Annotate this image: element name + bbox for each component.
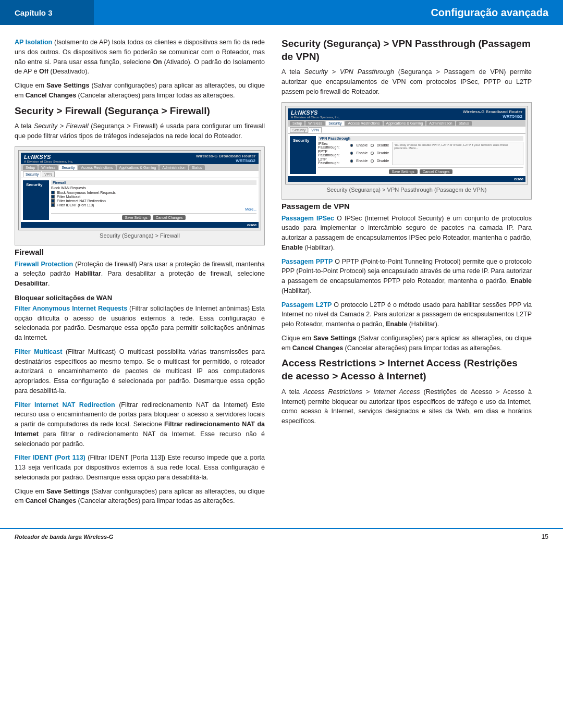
nav-apps[interactable]: Applications & Gaming xyxy=(117,165,159,170)
nav-admin[interactable]: Administration xyxy=(160,165,188,170)
ls2-sidenote: You may choose to enable PPTP, L2TP or I… xyxy=(392,142,523,165)
ls-wan-label: Block WAN Requests xyxy=(51,186,256,190)
l2tp-title: Passagem L2TP xyxy=(282,301,332,309)
nav-status[interactable]: Status xyxy=(189,165,205,170)
nav-security[interactable]: Security xyxy=(59,165,77,170)
access-intro-para: A tela Access Restrictions > Internet Ac… xyxy=(282,387,532,426)
ap-isolation-title: AP Isolation xyxy=(15,39,52,46)
ls-main: Firewall Block WAN Requests Block Anonym… xyxy=(51,180,256,220)
ls2-body: Security VPN Passthrough IPSec Passthrou… xyxy=(288,134,525,176)
ap-isolation-para: AP Isolation (Isolamento de AP) Isola to… xyxy=(15,38,265,77)
vpn-save-para: Clique em Save Settings (Salvar configur… xyxy=(282,334,532,353)
nav2-setup[interactable]: Setup xyxy=(290,121,304,126)
ls-cancel-btn[interactable]: Cancel Changes xyxy=(153,215,186,220)
ls-buttons: Save Settings Cancel Changes xyxy=(51,213,256,220)
content-area: AP Isolation (Isolamento de AP) Isola to… xyxy=(0,25,563,523)
nav-wireless[interactable]: Wireless xyxy=(39,165,58,170)
ls-row-multicast: Filter Multicast xyxy=(51,195,256,199)
ls2-save-btn[interactable]: Save Settings xyxy=(389,169,418,174)
nav2-security[interactable]: Security xyxy=(326,121,344,126)
chapter-text: Capítulo 3 xyxy=(15,8,53,17)
ls-save-btn[interactable]: Save Settings xyxy=(122,215,151,220)
firewall-section-heading: Security > Firewall (Segurança > Firewal… xyxy=(15,105,265,118)
title-text: Configuração avançada xyxy=(431,7,548,19)
filter-ident-title: Filter IDENT (Port 113) xyxy=(15,454,85,461)
nav-setup[interactable]: Setup xyxy=(23,165,38,170)
ls2-tab-bar: Security VPN xyxy=(288,127,525,134)
tab2-security[interactable]: Security xyxy=(290,127,308,133)
ls2-logo: Li:NKSYS xyxy=(291,109,340,116)
off-bold: Off xyxy=(39,68,48,75)
footer-left-text: Roteador de banda larga Wireless-G xyxy=(15,534,113,540)
vpn-screenshot-box: Li:NKSYS A Division of Cisco Systems, In… xyxy=(282,102,532,200)
nav2-access[interactable]: Access Restrictions xyxy=(345,121,382,126)
ls2-main: VPN Passthrough IPSec Passthrough: Enabl… xyxy=(318,136,523,174)
screenshot2-caption: Security (Segurança) > VPN Passthrough (… xyxy=(285,187,528,193)
ls2-cancel-btn[interactable]: Cancel Changes xyxy=(420,169,453,174)
ls-model: WRT54G2 xyxy=(196,158,255,163)
ls2-pptp-row: PPTP Passthrough: Enable Disable xyxy=(318,150,389,157)
ls2-sidebar: Security xyxy=(290,136,316,174)
ls-row-nat: Filter Internet NAT Redirection xyxy=(51,199,256,203)
left-column: AP Isolation (Isolamento de AP) Isola to… xyxy=(15,38,265,510)
firewall-save-para: Clique em Save Settings (Salvar configur… xyxy=(15,487,265,507)
ls2-sidebar-security: Security xyxy=(293,138,313,143)
tab-security[interactable]: Security xyxy=(23,171,41,177)
ls2-ipsec-disable[interactable] xyxy=(371,144,374,147)
ls2-product: Wireless-G Broadband Router xyxy=(463,109,522,114)
right-column: Security (Segurança) > VPN Passthrough (… xyxy=(282,38,532,510)
nav2-admin[interactable]: Administration xyxy=(426,121,455,126)
ls2-pptp-disable[interactable] xyxy=(371,152,374,155)
access-section-heading: Access Restrictions > Internet Access (R… xyxy=(282,357,532,382)
ls2-ipsec-enable[interactable] xyxy=(350,144,353,147)
ls2-vpn-body: IPSec Passthrough: Enable Disable PPTP P… xyxy=(318,142,523,165)
ls-logo: Li:NKSYS xyxy=(24,154,73,160)
vpn-section-heading: Security (Segurança) > VPN Passthrough (… xyxy=(282,38,532,63)
pptp-para: Passagem PPTP O PPTP (Point-to-Point Tun… xyxy=(282,257,532,296)
ls-check-multicast[interactable] xyxy=(51,195,55,199)
ls-check-nat[interactable] xyxy=(51,199,55,203)
firewall-screenshot: Li:NKSYS A Division of Cisco Systems, In… xyxy=(18,150,261,230)
firewall-subheading: Firewall xyxy=(15,248,265,256)
ls2-ipsec-label: IPSec Passthrough: xyxy=(318,142,347,149)
nav2-wireless[interactable]: Wireless xyxy=(305,121,325,126)
ls-ident-label: Filter IDENT (Port 113) xyxy=(57,203,94,207)
page-footer: Roteador de banda larga Wireless-G 15 xyxy=(0,528,563,545)
ls2-vpn-rows: IPSec Passthrough: Enable Disable PPTP P… xyxy=(318,142,389,165)
page-title: Configuração avançada xyxy=(94,0,563,25)
ls2-model: WRT54G2 xyxy=(463,114,522,119)
ls2-pptp-label: PPTP Passthrough: xyxy=(318,150,347,157)
ls2-subtitle: A Division of Cisco Systems, Inc. xyxy=(291,116,340,119)
ls2-ipsec-enable-label: Enable xyxy=(356,143,368,147)
ls-multicast-label: Filter Multicast xyxy=(57,195,80,199)
ls2-pptp-disable-label: Disable xyxy=(377,151,389,155)
footer-page-number: 15 xyxy=(542,533,548,540)
ls2-topbar: Li:NKSYS A Division of Cisco Systems, In… xyxy=(288,108,525,120)
ls2-l2tp-enable[interactable] xyxy=(350,159,353,163)
ls-check-ident[interactable] xyxy=(51,203,55,207)
nav2-status[interactable]: Status xyxy=(456,121,472,126)
filter-nat-title: Filter Internet NAT Redirection xyxy=(15,401,115,409)
ls2-vpn-label: VPN Passthrough xyxy=(318,136,523,141)
ls2-l2tp-enable-label: Enable xyxy=(356,159,368,163)
ls-more-link[interactable]: More... xyxy=(51,207,256,211)
ls2-pptp-enable-label: Enable xyxy=(356,151,368,155)
nav2-apps[interactable]: Applications & Gaming xyxy=(384,121,426,126)
ls2-pptp-enable[interactable] xyxy=(350,152,353,155)
tab2-vpn[interactable]: VPN xyxy=(309,127,321,133)
ls2-buttons: Save Settings Cancel Changes xyxy=(318,167,523,174)
tab-vpn[interactable]: VPN xyxy=(42,171,54,177)
filter-ident-para: Filter IDENT (Port 113) (Filtrar IDENT [… xyxy=(15,453,265,482)
nav-access[interactable]: Access Restrictions xyxy=(78,165,115,170)
page-header: Capítulo 3 Configuração avançada xyxy=(0,0,563,25)
fp-title: Firewall Protection xyxy=(15,261,73,268)
ls-check-anon[interactable] xyxy=(51,191,55,194)
ls2-ipsec-disable-label: Disable xyxy=(377,143,389,147)
vpn-screenshot: Li:NKSYS A Division of Cisco Systems, In… xyxy=(285,106,528,184)
ls-body: Security Firewall Block WAN Requests Blo… xyxy=(21,178,259,222)
ls2-l2tp-disable[interactable] xyxy=(371,159,374,163)
filter-multicast-title: Filter Multicast xyxy=(15,348,62,355)
ls-sidebar: Security xyxy=(23,180,49,220)
ls2-l2tp-row: L2TP Passthrough: Enable Disable xyxy=(318,157,389,165)
filter-multicast-para: Filter Multicast (Filtrar Multicast) O m… xyxy=(15,347,265,396)
